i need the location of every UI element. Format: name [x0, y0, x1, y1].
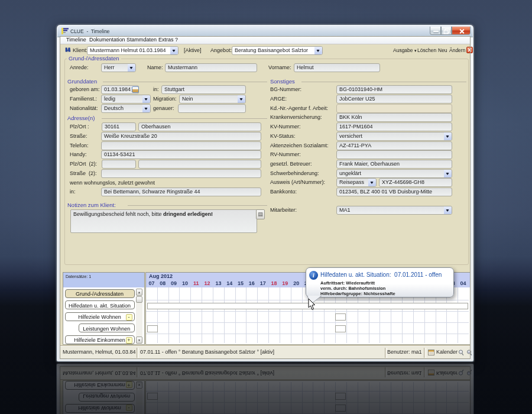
- svg-text:+: +: [468, 350, 471, 354]
- svg-text:-: -: [460, 350, 462, 354]
